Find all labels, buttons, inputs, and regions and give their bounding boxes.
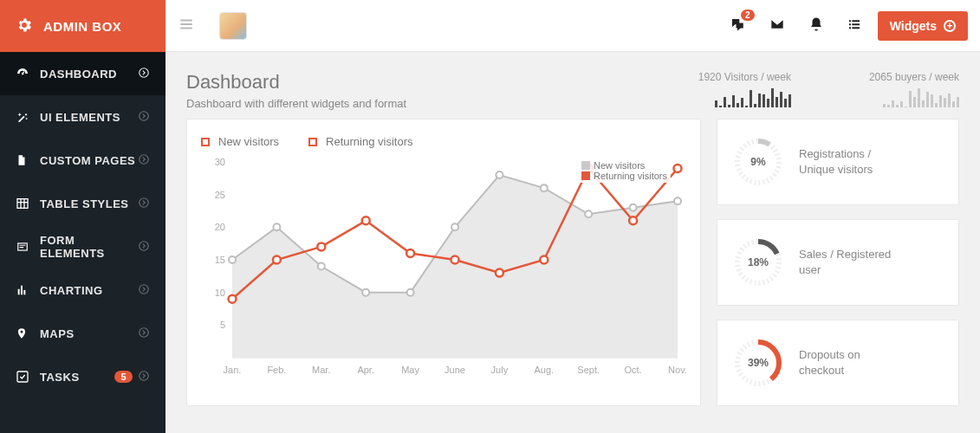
svg-text:Sept.: Sept. [577,365,600,375]
stat-visitors: 1920 Visitors / week [698,71,791,107]
plus-circle-icon: + [944,20,956,32]
kpi-sales: 18% Sales / Registereduser [717,219,959,306]
kpi-label-line2: checkout [799,364,844,377]
chevron-circle-icon [138,283,150,298]
sidebar-item-tasks[interactable]: TASKS 5 [0,355,165,398]
svg-text:20: 20 [215,222,225,232]
topbar: 2 Widgets + [165,0,980,52]
chevron-circle-icon [138,370,150,385]
kpi-label-line2: user [799,263,821,276]
pin-icon [16,326,36,340]
svg-text:30: 30 [215,157,225,167]
sidebar-item-table-styles[interactable]: TABLE STYLES [0,182,165,225]
table-icon [16,197,36,210]
svg-point-4 [140,197,149,207]
chevron-circle-icon [138,326,150,341]
legend-label: Returning visitors [326,135,412,148]
svg-text:Jan.: Jan. [224,365,242,375]
visitors-chart-card: New visitors Returning visitors 51015202… [186,119,701,406]
kpi-label-line1: Sales / Registered [799,248,891,261]
svg-point-10 [140,371,149,380]
sidebar-item-label: CHARTING [40,284,138,297]
donut-chart: 39% [733,338,783,388]
stat-buyers-label: 2065 buyers / week [869,71,959,83]
bell-icon[interactable] [808,16,824,36]
visitors-chart: 51015202530Jan.Feb.Mar.Apr.MayJuneJulyAu… [201,153,686,378]
sidebar-nav: DASHBOARD UI ELEMENTS CUSTOM PAGES [0,52,165,433]
form-icon [16,241,36,253]
chat-badge: 2 [741,10,755,21]
svg-point-29 [229,256,236,263]
sidebar-item-label: DASHBOARD [40,68,138,81]
hamburger-icon[interactable] [178,16,195,36]
svg-point-6 [140,241,149,250]
svg-text:July: July [491,365,509,375]
svg-point-41 [273,256,281,264]
sidebar-item-form-elements[interactable]: FORM ELEMENTS [0,225,165,268]
svg-point-33 [407,289,414,296]
svg-point-49 [629,216,637,224]
inline-legend-label: Returning visitors [594,171,667,181]
svg-point-37 [585,210,592,217]
sidebar-item-ui-elements[interactable]: UI ELEMENTS [0,95,165,139]
sidebar-item-label: UI ELEMENTS [40,111,138,124]
svg-point-1 [140,111,149,120]
brand: ADMIN BOX [0,0,165,52]
svg-point-46 [496,269,503,277]
donut-chart: 9% [733,137,783,187]
svg-point-50 [674,165,682,172]
svg-point-38 [630,204,637,211]
svg-text:10: 10 [215,288,225,298]
donut-chart: 18% [733,237,783,288]
kpi-dropouts: 39% Dropouts oncheckout [717,320,959,406]
kpi-column: 9% Registrations /Unique visitors 18% Sa… [717,119,959,406]
svg-point-47 [540,256,548,264]
svg-point-32 [362,289,369,296]
stat-visitors-label: 1920 Visitors / week [698,71,791,83]
chart-inline-legend: New visitors Returning visitors [578,158,671,183]
sidebar-item-label: TASKS [40,371,114,384]
sidebar: ADMIN BOX DASHBOARD UI ELEMENTS [0,0,165,433]
stat-buyers: 2065 buyers / week [869,71,959,107]
legend-new-visitors[interactable]: New visitors [201,135,279,148]
donut-percent: 18% [733,237,783,288]
widgets-button[interactable]: Widgets + [878,11,968,41]
chart-legend-top: New visitors Returning visitors [201,135,686,148]
svg-point-0 [140,68,149,77]
svg-text:June: June [445,365,465,375]
svg-point-35 [496,171,503,178]
svg-point-45 [451,256,459,264]
sidebar-item-maps[interactable]: MAPS [0,312,165,355]
donut-percent: 9% [733,137,783,187]
sidebar-item-custom-pages[interactable]: CUSTOM PAGES [0,139,165,182]
gear-icon [16,16,43,36]
svg-rect-3 [17,199,28,209]
svg-point-8 [140,327,149,337]
page-header: Dashboard Dashboard with different widge… [165,52,980,119]
avatar[interactable] [219,12,247,40]
sidebar-item-charting[interactable]: CHARTING [0,268,165,312]
svg-text:15: 15 [215,255,225,265]
svg-point-31 [318,263,325,270]
svg-point-44 [406,249,414,257]
sidebar-item-label: TABLE STYLES [40,197,138,210]
tasks-icon[interactable] [847,17,862,35]
sidebar-item-dashboard[interactable]: DASHBOARD [0,52,165,95]
svg-point-42 [317,242,325,250]
svg-rect-9 [17,372,28,382]
check-icon [16,370,36,384]
chart-icon [16,283,36,297]
kpi-label-line1: Dropouts on [799,348,860,361]
chevron-circle-icon [138,67,150,81]
widgets-button-label: Widgets [890,19,937,33]
chat-icon[interactable]: 2 [729,16,746,36]
svg-text:25: 25 [215,190,225,200]
mail-icon[interactable] [769,17,786,35]
kpi-registrations: 9% Registrations /Unique visitors [717,119,959,205]
svg-point-39 [674,197,681,204]
legend-label: New visitors [218,135,279,148]
sidebar-item-label: CUSTOM PAGES [40,154,138,167]
sparkline-buyers [869,88,959,107]
svg-point-43 [362,216,370,224]
legend-returning-visitors[interactable]: Returning visitors [308,135,412,148]
